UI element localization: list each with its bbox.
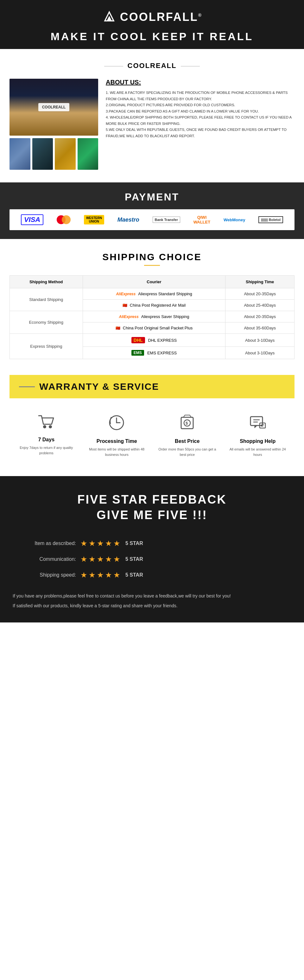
feature-bestprice-title: Best Price	[175, 439, 200, 444]
about-us-title: ABOUT US:	[106, 79, 294, 86]
courier-chinapost-standard: 🇨🇳 China Post Registered Air Mail	[83, 300, 226, 311]
about-images: COOLREALL	[10, 79, 98, 170]
courier-ali-economy: AliExpress Aliexpress Saver Shipping	[83, 311, 226, 323]
star-5: ★	[114, 555, 120, 564]
shipping-section: SHIPPING CHOICE Shipping Method Courier …	[0, 239, 304, 372]
stars-communication: ★ ★ ★ ★ ★	[80, 555, 120, 564]
ali-logo: AliExpress	[116, 292, 136, 296]
feedback-section: FIVE STAR FEEDBACK GIVE ME FIVE !!! Item…	[0, 476, 304, 622]
svg-rect-10	[251, 417, 262, 425]
feature-bestprice: $ Best Price Order more than 50pcs you c…	[155, 414, 219, 457]
svg-point-2	[43, 425, 46, 428]
shipping-table: Shipping Method Courier Shipping Time St…	[10, 275, 294, 359]
star-1: ★	[80, 571, 87, 579]
courier-chinapost-economy: 🇨🇳 China Post Original Small Packet Plus	[83, 323, 226, 334]
feedback-footer-line2: If satisfied with our products, kindly l…	[13, 602, 291, 610]
boletol-badge: ||||||| Boletol	[258, 216, 283, 223]
rating-item-communication: Communication: ★ ★ ★ ★ ★ 5 STAR	[13, 555, 291, 564]
webmoney-badge: WebMoney	[224, 218, 245, 222]
ems-logo: EMS	[131, 350, 144, 356]
qiwi-badge: QIWIWALLET	[194, 215, 210, 224]
payment-maestro: Maestro	[117, 216, 139, 223]
star-2: ★	[89, 555, 96, 564]
logo-text: COOLRFALL®	[120, 10, 202, 24]
feature-7days-desc: Enjoy 7days to return if any quality pro…	[14, 445, 78, 455]
warranty-section: WARRANTY & SERVICE 7 Days Enjoy 7days to…	[0, 372, 304, 476]
method-express: Express Shipping	[10, 334, 83, 359]
payment-visa: VISA	[21, 214, 43, 225]
feature-7days: 7 Days Enjoy 7days to return if any qual…	[14, 414, 78, 457]
rating-label-described: Item as described:	[25, 541, 76, 546]
courier-name-ems: EMS EXPRESS	[147, 351, 177, 355]
col-method: Shipping Method	[10, 276, 83, 288]
courier-name-ali-economy: Aliexpress Saver Shipping	[141, 314, 189, 319]
ali-logo-2: AliExpress	[119, 315, 139, 319]
star-badge-shipping: 5 STAR	[125, 572, 143, 578]
method-economy: Economy Shipping	[10, 311, 83, 334]
star-5: ★	[114, 571, 120, 579]
payment-qiwi: QIWIWALLET	[194, 215, 210, 224]
office-logo-badge: COOLREALL	[38, 103, 70, 111]
svg-point-3	[49, 425, 52, 428]
stars-shipping: ★ ★ ★ ★ ★	[80, 571, 120, 579]
rating-label-communication: Communication:	[25, 557, 76, 562]
about-text: ABOUT US: 1. WE ARE A FACTORY SPECIALIZI…	[106, 79, 294, 170]
method-standard: Standard Shipping	[10, 288, 83, 311]
time-ems: About 3-10Days	[226, 347, 294, 359]
svg-text:$: $	[186, 421, 188, 425]
star-3: ★	[97, 539, 104, 548]
shipping-title: SHIPPING CHOICE	[10, 251, 294, 266]
star-4: ★	[105, 555, 112, 564]
mastercard-badge	[57, 215, 70, 224]
clock-icon	[108, 414, 125, 435]
warranty-line-left	[19, 386, 35, 387]
sub-image-2	[32, 138, 53, 170]
warranty-title: WARRANTY & SERVICE	[39, 381, 159, 392]
courier-ali-standard: AliExpress Aliexpress Standard Shipping	[83, 288, 226, 300]
feedback-footer-line1: If you have any problems,please feel fre…	[13, 592, 291, 600]
feature-help-desc: All emails will be answered within 24 ho…	[226, 447, 290, 457]
chinapost-logo: 🇨🇳	[123, 303, 127, 308]
star-2: ★	[89, 571, 96, 579]
warranty-header: WARRANTY & SERVICE	[10, 375, 294, 398]
payment-bank-transfer: Bank Transfer	[153, 216, 180, 223]
bank-transfer-badge: Bank Transfer	[153, 216, 180, 223]
time-chinapost-standard: About 25-40Days	[226, 300, 294, 311]
rating-label-shipping: Shipping speed:	[25, 572, 76, 578]
star-1: ★	[80, 539, 87, 548]
price-icon: $	[179, 414, 196, 435]
payment-mastercard	[57, 215, 70, 224]
courier-name-ali-standard: Aliexpress Standard Shipping	[138, 291, 192, 296]
courier-name-chinapost-economy: China Post Original Small Packet Plus	[123, 326, 192, 330]
about-main-image: COOLREALL	[10, 79, 98, 135]
star-badge-communication: 5 STAR	[125, 557, 143, 562]
star-4: ★	[105, 571, 112, 579]
dhl-logo: DHL	[131, 337, 145, 343]
col-time: Shipping Time	[226, 276, 294, 288]
courier-name-chinapost-standard: China Post Registered Air Mail	[130, 303, 186, 308]
time-ali-economy: About 20-35Days	[226, 311, 294, 323]
feature-help: Shopping Help All emails will be answere…	[226, 414, 290, 457]
star-3: ★	[97, 555, 104, 564]
table-row: Standard Shipping AliExpress Aliexpress …	[10, 288, 294, 300]
feature-processing-title: Processing Time	[97, 439, 137, 444]
warranty-features: 7 Days Enjoy 7days to return if any qual…	[10, 408, 294, 463]
payment-title: PAYMENT	[10, 191, 294, 203]
about-us-body: 1. WE ARE A FACTORY SPECIALIZING IN THE …	[106, 90, 294, 139]
feature-help-title: Shopping Help	[240, 439, 275, 444]
coolrfall-logo-icon	[102, 10, 117, 25]
header: COOLRFALL® MAKE IT COOL KEEP IT REALL	[0, 0, 304, 49]
about-sub-images	[10, 138, 98, 170]
rating-item-described: Item as described: ★ ★ ★ ★ ★ 5 STAR	[13, 539, 291, 548]
sub-image-1	[10, 138, 30, 170]
payment-section: PAYMENT VISA WESTERNUNION Maestro Bank T…	[0, 182, 304, 239]
sub-image-4	[78, 138, 99, 170]
star-badge-described: 5 STAR	[125, 541, 143, 546]
logo-area: COOLRFALL®	[102, 10, 202, 25]
stars-described: ★ ★ ★ ★ ★	[80, 539, 120, 548]
mastercard-right-circle	[62, 215, 70, 224]
feedback-ratings: Item as described: ★ ★ ★ ★ ★ 5 STAR Comm…	[13, 539, 291, 579]
maestro-badge: Maestro	[117, 216, 139, 223]
visa-badge: VISA	[21, 214, 43, 225]
sub-image-3	[55, 138, 76, 170]
